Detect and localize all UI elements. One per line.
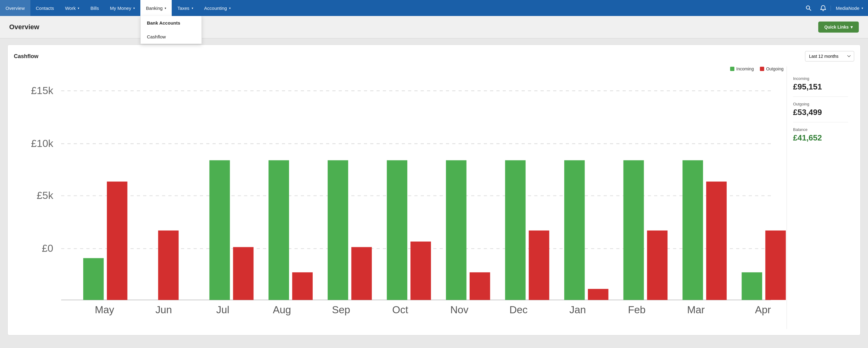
stat-balance: Balance £41,652: [793, 122, 848, 148]
bar-oct-outgoing: [410, 242, 431, 300]
balance-value: £41,652: [793, 133, 848, 143]
bar-apr-outgoing: [766, 231, 786, 300]
nav-mymoney[interactable]: My Money ▾: [104, 0, 141, 16]
user-menu[interactable]: MediaNode ▾: [831, 5, 868, 11]
nav-right-section: MediaNode ▾: [801, 0, 868, 16]
bar-jan-incoming: [564, 160, 585, 300]
bar-jul-incoming: [210, 160, 230, 300]
incoming-value: £95,151: [793, 82, 848, 92]
banking-dropdown-menu: Bank Accounts Cashflow: [141, 16, 202, 44]
dropdown-cashflow[interactable]: Cashflow: [141, 30, 202, 44]
svg-text:Jan: Jan: [569, 304, 586, 315]
svg-text:Jul: Jul: [216, 304, 229, 315]
bar-sep-incoming: [328, 160, 348, 300]
quick-links-chevron-icon: ▾: [850, 25, 852, 30]
quick-links-label: Quick Links: [825, 25, 849, 30]
nav-work-label: Work: [65, 5, 76, 11]
stat-incoming: Incoming £95,151: [793, 71, 848, 97]
search-button[interactable]: [801, 0, 816, 16]
stat-outgoing: Outgoing £53,499: [793, 97, 848, 122]
bell-icon: [820, 5, 826, 11]
incoming-legend-label: Incoming: [736, 66, 754, 71]
main-nav: Overview Contacts Work ▾ Bills My Money …: [0, 0, 868, 16]
cashflow-card: Cashflow Last 12 months Last 6 months Th…: [7, 45, 861, 336]
user-chevron-icon: ▾: [862, 6, 863, 10]
page-header: Overview Quick Links ▾: [0, 16, 868, 38]
cashflow-chart: £15k £10k £5k £0 May Jun: [14, 75, 786, 328]
notifications-button[interactable]: [816, 0, 831, 16]
bar-jul-outgoing: [233, 247, 254, 300]
page-title: Overview: [9, 23, 39, 31]
chart-area: Incoming Outgoing £15k: [14, 66, 786, 329]
bar-dec-outgoing: [529, 231, 549, 300]
bar-mar-incoming: [682, 160, 703, 300]
nav-taxes-label: Taxes: [177, 5, 189, 11]
nav-mymoney-label: My Money: [110, 5, 131, 11]
bar-aug-outgoing: [292, 272, 313, 300]
cashflow-title: Cashflow: [14, 53, 38, 60]
bar-nov-outgoing: [470, 272, 490, 300]
nav-bills[interactable]: Bills: [85, 0, 104, 16]
nav-banking[interactable]: Banking ▾ Bank Accounts Cashflow: [141, 0, 172, 16]
svg-text:£5k: £5k: [37, 190, 54, 201]
svg-text:£10k: £10k: [31, 138, 54, 149]
bar-jun-outgoing: [158, 231, 179, 300]
nav-taxes[interactable]: Taxes ▾: [172, 0, 198, 16]
nav-overview[interactable]: Overview: [0, 0, 30, 16]
svg-text:Sep: Sep: [332, 304, 350, 315]
nav-work[interactable]: Work ▾: [60, 0, 85, 16]
bar-dec-incoming: [505, 160, 526, 300]
bar-aug-incoming: [269, 160, 289, 300]
bar-nov-incoming: [446, 160, 467, 300]
bar-apr-incoming: [742, 272, 762, 300]
svg-line-1: [809, 9, 811, 11]
svg-text:May: May: [95, 304, 114, 315]
outgoing-value: £53,499: [793, 108, 848, 117]
incoming-legend-dot: [730, 67, 734, 71]
nav-accounting-label: Accounting: [204, 5, 227, 11]
nav-work-chevron-icon: ▾: [78, 6, 79, 10]
legend-incoming: Incoming: [730, 66, 754, 71]
main-content: Cashflow Last 12 months Last 6 months Th…: [0, 38, 868, 342]
bar-jan-outgoing: [588, 289, 609, 300]
svg-text:Mar: Mar: [687, 304, 705, 315]
svg-text:£15k: £15k: [31, 85, 54, 96]
svg-text:Dec: Dec: [509, 304, 527, 315]
svg-text:Apr: Apr: [755, 304, 771, 315]
dropdown-bank-accounts[interactable]: Bank Accounts: [141, 16, 202, 30]
bar-feb-outgoing: [647, 231, 668, 300]
bar-oct-incoming: [387, 160, 407, 300]
stats-panel: Incoming £95,151 Outgoing £53,499 Balanc…: [786, 66, 854, 329]
nav-banking-chevron-icon: ▾: [165, 6, 166, 10]
bar-sep-outgoing: [351, 247, 372, 300]
bar-may-outgoing: [107, 182, 127, 300]
outgoing-legend-label: Outgoing: [766, 66, 783, 71]
cashflow-header: Cashflow Last 12 months Last 6 months Th…: [14, 51, 854, 61]
chart-legend: Incoming Outgoing: [14, 66, 786, 71]
bar-mar-outgoing: [706, 182, 727, 300]
user-name: MediaNode: [836, 5, 859, 11]
nav-contacts[interactable]: Contacts: [30, 0, 60, 16]
chart-wrapper: Incoming Outgoing £15k: [14, 66, 854, 329]
nav-taxes-chevron-icon: ▾: [192, 6, 193, 10]
period-select[interactable]: Last 12 months Last 6 months This year L…: [805, 51, 854, 61]
nav-banking-label: Banking: [146, 5, 162, 11]
svg-text:Oct: Oct: [392, 304, 408, 315]
nav-bar: Overview Contacts Work ▾ Bills My Money …: [0, 0, 868, 16]
svg-text:Nov: Nov: [450, 304, 469, 315]
incoming-label: Incoming: [793, 76, 848, 81]
nav-accounting[interactable]: Accounting ▾: [199, 0, 236, 16]
legend-outgoing: Outgoing: [760, 66, 783, 71]
svg-text:Jun: Jun: [155, 304, 172, 315]
svg-text:Feb: Feb: [628, 304, 645, 315]
svg-text:Aug: Aug: [273, 304, 291, 315]
search-icon: [805, 5, 811, 11]
bar-feb-incoming: [623, 160, 644, 300]
quick-links-button[interactable]: Quick Links ▾: [818, 22, 859, 33]
svg-text:£0: £0: [42, 242, 53, 254]
bar-may-incoming: [83, 258, 104, 300]
outgoing-legend-dot: [760, 67, 764, 71]
balance-label: Balance: [793, 127, 848, 132]
outgoing-label: Outgoing: [793, 102, 848, 106]
nav-accounting-chevron-icon: ▾: [229, 6, 231, 10]
